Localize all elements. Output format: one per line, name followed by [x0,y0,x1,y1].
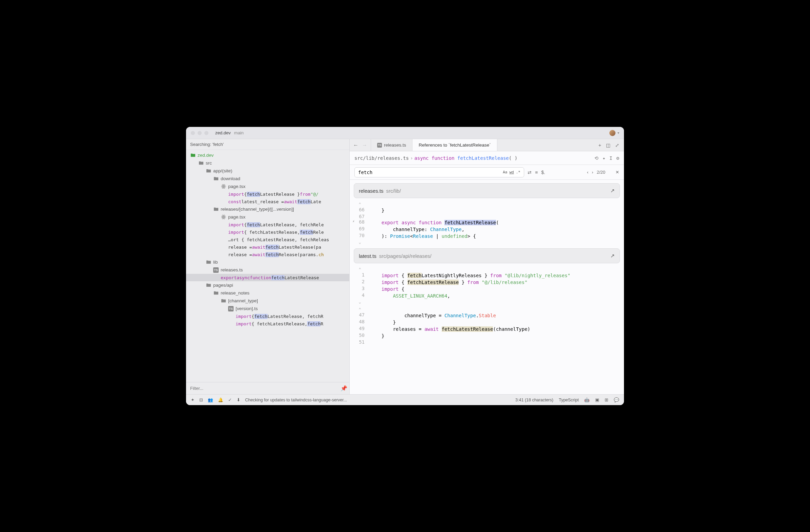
expand-icon[interactable]: ⤢ [615,143,619,148]
nav-forward-icon[interactable]: → [362,142,367,148]
close-window-icon[interactable] [191,131,195,135]
tab-bar: ← → TSreleases.ts References to `fetchLa… [350,139,624,151]
folder-icon [198,161,204,166]
tree-file[interactable]: TSreleases.ts [186,266,349,274]
bell-icon[interactable]: 🔔 [218,397,223,402]
new-tab-icon[interactable]: + [599,143,601,148]
folder-icon [213,290,218,296]
folder-icon [221,298,226,304]
sparkle-icon[interactable]: ✦ [603,155,605,161]
filter-row: 📌 [186,382,349,394]
pin-icon[interactable]: 📌 [340,385,345,392]
sparkle-icon[interactable]: ✦ [191,397,195,402]
close-search-icon[interactable]: ✕ [615,170,619,175]
search-header: Searching: 'fetch' [186,139,349,150]
collab-icon[interactable]: 👥 [208,397,213,402]
search-result[interactable]: import { fetchLatestRelease } from "@/ [186,190,349,198]
react-icon [221,184,226,189]
terminal-icon[interactable]: ▣ [595,397,599,402]
svg-point-0 [223,186,224,187]
code-block[interactable]: ⌃ 66 } 67 ⚡68 export async function fetc… [350,201,624,245]
panel-icon[interactable]: ⊞ [605,397,608,402]
tab-references[interactable]: References to `fetchLatestRelease` [412,139,497,151]
search-result[interactable]: import { fetchLatestRelease, fetchRele [186,221,349,228]
tree-folder[interactable]: app/(site) [186,167,349,175]
editor-pane: ← → TSreleases.ts References to `fetchLa… [350,139,624,394]
folder-icon [206,283,211,288]
result-tree: zed.dev src app/(site) download page.tsx… [186,150,349,382]
tree-folder[interactable]: download [186,175,349,183]
tree-folder[interactable]: pages/api [186,281,349,289]
folder-icon [213,176,218,182]
tree-file[interactable]: page.tsx [186,183,349,190]
refresh-icon[interactable]: ⟲ [595,155,599,161]
tree-folder[interactable]: [channel_type] [186,297,349,305]
search-result[interactable]: import { fetchLatestRelease, fetchR [186,313,349,320]
folder-icon [213,206,218,212]
outline-icon[interactable]: ⊟ [199,397,203,402]
search-result[interactable]: …ort { fetchLatestRelease, fetchReleas [186,236,349,243]
bolt-icon[interactable]: ⚡ [352,219,355,223]
regex-toggle[interactable]: .* [516,170,520,174]
titlebar: zed.dev main ▾ [186,127,624,139]
nav-back-icon[interactable]: ← [353,142,358,148]
maximize-window-icon[interactable] [204,131,208,135]
next-match-icon[interactable]: › [592,170,593,175]
filter-icon[interactable]: $. [541,170,545,175]
tree-root[interactable]: zed.dev [186,151,349,159]
fold-up-icon[interactable]: ⌃ [350,307,370,312]
tree-folder[interactable]: release_notes [186,289,349,297]
search-result[interactable]: import { fetchLatestRelease, fetchR [186,320,349,328]
tree-folder[interactable]: lib [186,258,349,266]
tree-folder[interactable]: releases/[channel_type]/[[...version]] [186,205,349,213]
tree-file[interactable]: TS[version].ts [186,305,349,313]
cursor-icon[interactable]: I [609,155,612,161]
popout-icon[interactable]: ↗ [610,253,615,259]
folder-icon [206,168,211,174]
chat-icon[interactable]: 💬 [614,397,619,402]
ts-icon: TS [228,306,233,312]
tree-folder[interactable]: src [186,159,349,167]
cursor-position[interactable]: 3:41 (18 characters) [515,398,553,402]
replace-icon[interactable]: ⇄ [528,170,532,175]
ts-icon: TS [213,267,218,273]
traffic-lights [191,131,208,135]
chevron-down-icon[interactable]: ▾ [617,131,619,135]
settings-icon[interactable]: ⚙ [616,155,619,161]
minimize-window-icon[interactable] [198,131,202,135]
result-file-header[interactable]: latest.ts src/pages/api/releases/ ↗ [354,248,620,263]
breadcrumb[interactable]: src/lib/releases.ts › async function fet… [350,151,624,165]
check-icon[interactable]: ✓ [228,397,232,402]
fold-down-icon[interactable]: ⌄ [350,299,370,305]
fold-down-icon[interactable]: ⌄ [350,239,370,245]
tab-releases[interactable]: TSreleases.ts [371,139,412,151]
search-result[interactable]: const latest_release = await fetchLate [186,198,349,205]
case-toggle[interactable]: Aa [503,170,507,174]
copilot-icon[interactable]: 🤖 [584,397,590,402]
search-result-selected[interactable]: export async function fetchLatestRelease [186,274,349,281]
selection-icon[interactable]: ≡ [535,170,538,175]
fold-up-icon[interactable]: ⌃ [350,201,370,207]
result-file-header[interactable]: releases.ts src/lib/ ↗ [354,183,620,198]
tree-file[interactable]: page.tsx [186,213,349,221]
search-result[interactable]: release = await fetchLatestRelease(pa [186,243,349,251]
popout-icon[interactable]: ↗ [610,188,615,194]
react-icon [221,214,226,220]
split-icon[interactable]: ◫ [606,143,610,148]
match-count: 2/20 [597,170,605,175]
folder-icon [190,153,196,158]
filter-input[interactable] [190,386,340,391]
git-branch[interactable]: main [234,130,244,135]
avatar[interactable] [609,130,615,136]
code-block[interactable]: ⌃ 1 import { fetchLatestNightlyReleases … [350,267,624,345]
search-panel: Searching: 'fetch' zed.dev src app/(site… [186,139,350,394]
search-result[interactable]: import { fetchLatestRelease, fetchRele [186,228,349,236]
project-name[interactable]: zed.dev [215,130,231,135]
language-mode[interactable]: TypeScript [559,398,579,402]
search-input[interactable]: fetch Aa wd .* [354,167,524,178]
download-icon[interactable]: ⬇ [237,397,240,402]
fold-up-icon[interactable]: ⌃ [350,267,370,272]
search-result[interactable]: release = await fetchRelease(params.ch [186,251,349,258]
prev-match-icon[interactable]: ‹ [587,170,588,175]
word-toggle[interactable]: wd [509,170,514,174]
